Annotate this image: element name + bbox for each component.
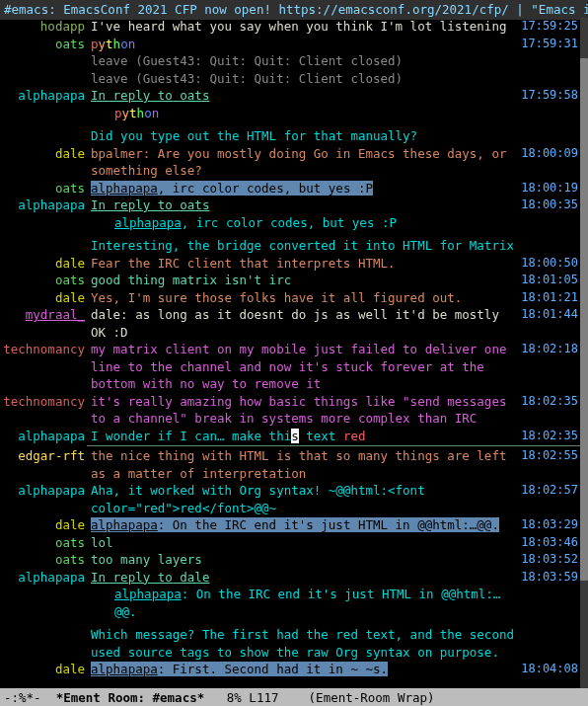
message-text: Fear the IRC client that interprets HTML…: [91, 255, 517, 273]
message-text: my matrix client on my mobile just faile…: [91, 341, 517, 393]
mention-alphapapa[interactable]: alphapapa: [114, 215, 182, 230]
message-text: alphapapa, irc color codes, but yes :P: [91, 180, 517, 197]
timestamp: 17:59:58: [521, 87, 578, 105]
timestamp: 18:00:50: [521, 255, 578, 273]
timestamp: 17:59:31: [521, 36, 578, 53]
nick-alphapapa[interactable]: alphapapa: [2, 482, 87, 516]
quoted-message: python: [91, 105, 517, 122]
scrollbar-thumb[interactable]: [580, 58, 588, 582]
reply-link[interactable]: In reply to oats: [91, 88, 209, 103]
nick-alphapapa[interactable]: alphapapa: [2, 87, 87, 105]
message-text: Yes, I'm sure those folks have it all fi…: [91, 289, 517, 307]
system-message: leave (Guest43: Quit: Quit: Client close…: [91, 70, 517, 88]
mention-alphapapa[interactable]: alphapapa: [114, 587, 182, 601]
timestamp: 18:03:52: [521, 551, 578, 569]
timestamp: 18:02:55: [521, 447, 578, 482]
mode-line: -:%*- *Ement Room: #emacs* 8% L117 (Emen…: [0, 688, 588, 706]
reply-link[interactable]: In reply to dale: [91, 570, 209, 585]
channel-topic: EmacsConf 2021 CFP now open! https://ema…: [63, 2, 588, 17]
timestamp: 18:03:29: [521, 516, 578, 534]
message-buffer[interactable]: hodapp I've heard what you say when you …: [0, 18, 580, 688]
nick-dale[interactable]: dale: [2, 516, 87, 534]
nick-technomancy[interactable]: technomancy: [2, 393, 87, 428]
scrollbar[interactable]: [580, 18, 588, 688]
modeline-flags: -:%*-: [4, 690, 41, 705]
nick-mydraal[interactable]: mydraal_: [2, 306, 87, 341]
message-text: bpalmer: Are you mostly doing Go in Emac…: [91, 145, 517, 180]
nick-dale[interactable]: dale: [2, 661, 87, 678]
text-cursor: s: [291, 429, 299, 443]
timestamp: 18:03:59: [521, 569, 578, 587]
channel-name: #emacs: [4, 2, 48, 17]
reply-header: In reply to dale: [91, 569, 517, 587]
timestamp: 18:02:35: [521, 393, 578, 428]
buffer-name: *Ement Room: #emacs*: [56, 690, 205, 705]
message-text: good thing matrix isn't irc: [91, 272, 517, 289]
nick-hodapp[interactable]: hodapp: [2, 18, 87, 36]
read-marker: [87, 445, 580, 446]
quoted-message: alphapapa, irc color codes, but yes :P: [91, 214, 517, 232]
nick-oats[interactable]: oats: [2, 36, 87, 53]
modeline-position: 8% L117: [227, 690, 279, 705]
message-text: lol: [91, 534, 517, 552]
message-text: too many layers: [91, 551, 517, 569]
nick-oats[interactable]: oats: [2, 180, 87, 197]
timestamp: 18:03:46: [521, 534, 578, 552]
nick-alphapapa[interactable]: alphapapa: [2, 569, 87, 587]
message-text: alphapapa: First. Second had it in ~ ~s.: [91, 661, 517, 678]
mention-alphapapa[interactable]: alphapapa: [91, 181, 158, 196]
nick-oats[interactable]: oats: [2, 534, 87, 552]
message-text: Aha, it worked with Org syntax! ~@@html:…: [91, 482, 517, 516]
message-text: alphapapa: On the IRC end it's just HTML…: [91, 516, 517, 534]
nick-oats[interactable]: oats: [2, 272, 87, 289]
message-text: python: [91, 36, 517, 53]
system-message: leave (Guest43: Quit: Quit: Client close…: [91, 52, 517, 70]
nick-edgar-rft[interactable]: edgar-rft: [2, 447, 87, 482]
message-text: dale: as long as it doesnt do js as well…: [91, 306, 517, 341]
timestamp: 17:59:25: [521, 18, 578, 36]
reply-link[interactable]: In reply to oats: [91, 197, 209, 212]
timestamp: 18:00:19: [521, 180, 578, 197]
title-bar: #emacs: EmacsConf 2021 CFP now open! htt…: [0, 0, 588, 20]
nick-alphapapa[interactable]: alphapapa: [2, 196, 87, 214]
message-text: Interesting, the bridge converted it int…: [91, 237, 517, 255]
input-line[interactable]: I wonder if I can… make this text red: [91, 428, 517, 445]
message-text: I've heard what you say when you think I…: [91, 18, 517, 36]
timestamp: 18:01:21: [521, 289, 578, 307]
message-text: Which message? The first had the red tex…: [91, 626, 517, 661]
timestamp: 18:02:35: [521, 428, 578, 445]
modeline-mode: (Ement-Room Wrap): [309, 690, 435, 705]
mention-alphapapa[interactable]: alphapapa: [91, 662, 158, 676]
nick-dale[interactable]: dale: [2, 255, 87, 273]
timestamp: 18:04:08: [521, 661, 578, 678]
timestamp: 18:02:18: [521, 341, 578, 393]
reply-header: In reply to oats: [91, 196, 517, 214]
nick-technomancy[interactable]: technomancy: [2, 341, 87, 393]
timestamp: 18:00:09: [521, 145, 578, 180]
nick-oats[interactable]: oats: [2, 551, 87, 569]
nick-dale[interactable]: dale: [2, 289, 87, 307]
reply-header: In reply to oats: [91, 87, 517, 105]
timestamp: 18:01:44: [521, 306, 578, 341]
message-text: the nice thing with HTML is that so many…: [91, 447, 517, 482]
timestamp: 18:01:05: [521, 272, 578, 289]
mention-alphapapa[interactable]: alphapapa: [91, 517, 158, 532]
timestamp: 18:02:57: [521, 482, 578, 516]
nick-dale[interactable]: dale: [2, 145, 87, 180]
message-text: it's really amazing how basic things lik…: [91, 393, 517, 428]
timestamp: 18:00:35: [521, 196, 578, 214]
quoted-message: alphapapa: On the IRC end it's just HTML…: [91, 586, 517, 620]
nick-alphapapa[interactable]: alphapapa: [2, 428, 87, 445]
message-text: Did you type out the HTML for that manua…: [91, 127, 517, 145]
